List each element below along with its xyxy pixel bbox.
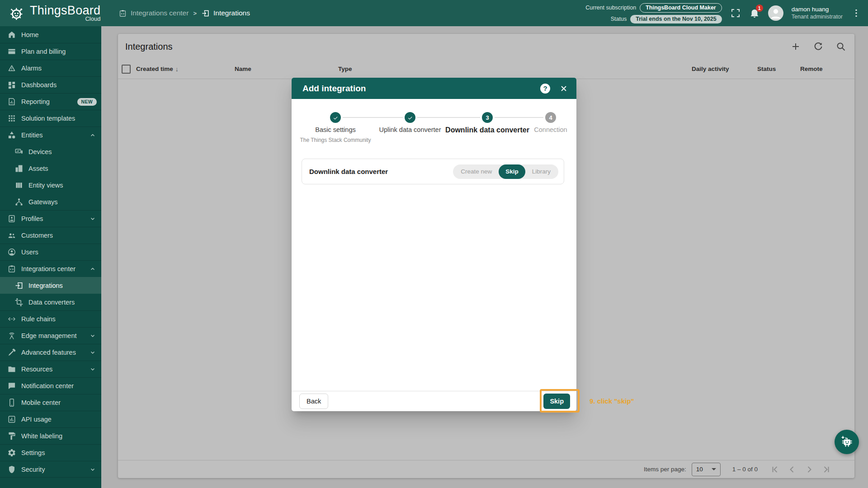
toggle-option-create-new[interactable]: Create new [454, 164, 499, 179]
security-icon [7, 465, 16, 474]
sidebar-item-label: White labeling [21, 432, 62, 440]
ai-assistant-button[interactable] [835, 430, 859, 454]
breadcrumb-integrations-center[interactable]: Integrations center [118, 9, 189, 18]
sidebar-item-resources[interactable]: Resources [0, 361, 101, 377]
integrations-center-icon [7, 264, 16, 273]
sidebar: HomePlan and billingAlarmsDashboardsRepo… [0, 26, 101, 488]
sidebar-item-users[interactable]: Users [0, 244, 101, 260]
sidebar-item-label: Reporting [21, 98, 50, 105]
sidebar-item-label: Data converters [28, 299, 75, 306]
customers-icon [7, 231, 16, 240]
entity-views-icon [14, 181, 24, 190]
step-number: 3 [486, 114, 489, 121]
dialog-title: Add integration [302, 84, 366, 94]
sidebar-item-edge-management[interactable]: Edge management [0, 327, 101, 344]
rule-chains-icon [7, 314, 16, 324]
user-block[interactable]: damon huang Tenant administrator [792, 5, 843, 21]
users-icon [7, 248, 16, 257]
resources-icon [7, 365, 16, 374]
sidebar-item-home[interactable]: Home [0, 26, 101, 43]
sidebar-item-white-labeling[interactable]: White labeling [0, 427, 101, 444]
sidebar-item-integrations-center[interactable]: Integrations center [0, 260, 101, 277]
top-bar: ThingsBoard Cloud Integrations center>In… [0, 0, 868, 26]
breadcrumb: Integrations center>Integrations [118, 9, 250, 18]
sidebar-item-label: Mobile center [21, 399, 61, 406]
status-pill[interactable]: Trial ends on the Nov 10, 2025 [630, 15, 722, 23]
data-converters-icon [14, 298, 24, 307]
billing-icon [7, 47, 16, 56]
subscription-block: Current subscription ThingsBoard Cloud M… [585, 3, 722, 23]
sidebar-item-notification-center[interactable]: Notification center [0, 377, 101, 394]
user-name: damon huang [792, 5, 843, 13]
toggle-option-library[interactable]: Library [525, 164, 557, 179]
avatar[interactable] [768, 5, 783, 21]
step-label-uplink-data-converter[interactable]: Uplink data converter [379, 126, 441, 133]
gateways-icon [14, 197, 24, 206]
step-circle-downlink-data-converter[interactable]: 3 [482, 112, 493, 123]
status-label: Status [611, 16, 627, 22]
person-icon [768, 5, 783, 21]
thingsboard-logo[interactable]: ThingsBoard Cloud [0, 4, 104, 23]
stepper: Basic settingsThe Things Stack Community… [292, 99, 576, 158]
sidebar-item-profiles[interactable]: Profiles [0, 210, 101, 227]
sidebar-item-entity-views[interactable]: Entity views [0, 177, 101, 193]
close-icon [559, 84, 568, 93]
step-label-connection[interactable]: Connection [534, 126, 567, 133]
step-circle-basic-settings[interactable] [330, 112, 341, 123]
sidebar-item-dashboards[interactable]: Dashboards [0, 76, 101, 93]
subscription-pill[interactable]: ThingsBoard Cloud Maker [640, 3, 722, 13]
user-menu-button[interactable] [851, 8, 862, 19]
sidebar-item-api-usage[interactable]: API usage [0, 411, 101, 427]
sidebar-item-mobile-center[interactable]: Mobile center [0, 394, 101, 411]
chevron-down-icon [89, 332, 97, 340]
step-label-basic-settings[interactable]: Basic settings [315, 126, 355, 133]
step-circle-connection[interactable]: 4 [545, 112, 556, 123]
close-button[interactable] [559, 84, 568, 93]
sidebar-item-advanced-features[interactable]: Advanced features [0, 344, 101, 361]
settings-icon [7, 448, 16, 457]
sidebar-item-reporting[interactable]: ReportingNEW [0, 93, 101, 110]
sidebar-item-gateways[interactable]: Gateways [0, 193, 101, 210]
sidebar-item-label: Alarms [21, 65, 42, 72]
sidebar-item-data-converters[interactable]: Data converters [0, 294, 101, 310]
sidebar-item-integrations[interactable]: Integrations [0, 277, 101, 294]
sidebar-item-label: Customers [21, 232, 53, 239]
fullscreen-button[interactable] [730, 8, 741, 19]
home-icon [7, 30, 16, 39]
sidebar-item-devices[interactable]: Devices [0, 143, 101, 160]
breadcrumb-label: Integrations center [131, 9, 189, 17]
skip-button[interactable]: Skip [543, 394, 570, 409]
sidebar-item-label: Devices [28, 148, 52, 155]
sidebar-item-settings[interactable]: Settings [0, 444, 101, 461]
sidebar-item-label: Edge management [21, 332, 77, 339]
sidebar-item-label: Plan and billing [21, 48, 66, 55]
downlink-converter-row: Downlink data converter Create newSkipLi… [302, 159, 564, 184]
sidebar-item-solution-templates[interactable]: Solution templates [0, 110, 101, 127]
integrations-center-icon [118, 9, 127, 18]
help-button[interactable]: ? [540, 84, 550, 94]
back-button[interactable]: Back [299, 394, 328, 409]
assets-icon [14, 164, 24, 173]
sidebar-item-label: Notification center [21, 382, 74, 389]
step-label-downlink-data-converter[interactable]: Downlink data converter [445, 126, 529, 134]
step-connector [495, 117, 543, 118]
sidebar-item-assets[interactable]: Assets [0, 160, 101, 177]
integrations-icon [14, 281, 24, 290]
step-circle-uplink-data-converter[interactable] [405, 112, 415, 123]
sidebar-item-alarms[interactable]: Alarms [0, 60, 101, 76]
chevron-down-icon [89, 215, 97, 223]
sidebar-item-customers[interactable]: Customers [0, 227, 101, 244]
sidebar-item-plan-and-billing[interactable]: Plan and billing [0, 43, 101, 60]
fullscreen-icon [730, 8, 741, 19]
breadcrumb-integrations[interactable]: Integrations [201, 9, 250, 18]
integrations-icon [201, 9, 210, 18]
entities-icon [7, 131, 16, 140]
toggle-option-skip[interactable]: Skip [499, 164, 525, 179]
notifications-button[interactable]: 1 [749, 8, 760, 19]
sidebar-item-entities[interactable]: Entities [0, 127, 101, 143]
sidebar-item-rule-chains[interactable]: Rule chains [0, 310, 101, 327]
logo-title: ThingsBoard [30, 4, 100, 17]
sidebar-item-security[interactable]: Security [0, 461, 101, 478]
sidebar-item-label: Integrations center [21, 265, 75, 272]
sidebar-item-label: Security [21, 466, 45, 473]
